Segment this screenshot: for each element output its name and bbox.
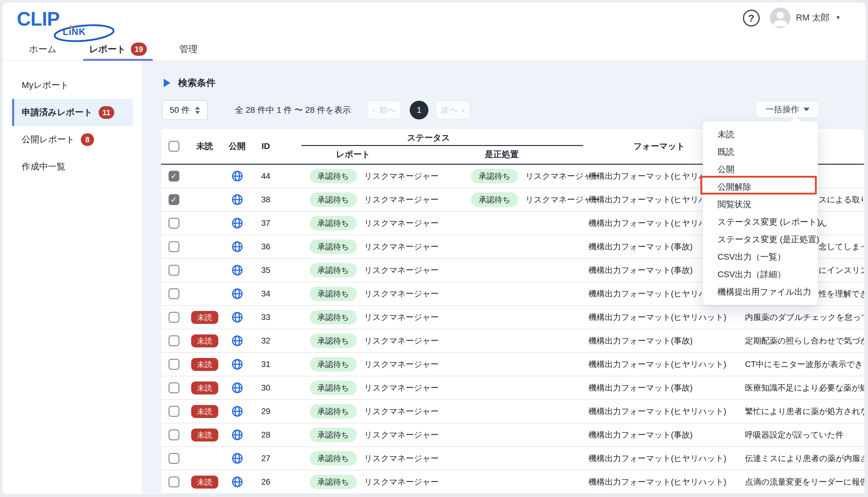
report-status-pill: 承認待ち [309,169,357,183]
col-header-unread: 未読 [187,129,223,164]
report-status-pill: 承認待ち [309,239,357,254]
sidebar-item-申請済みレポート[interactable]: 申請済みレポート11 [12,99,133,126]
menu-item-既読[interactable]: 既読 [703,143,818,161]
report-id: 37 [251,212,280,235]
globe-icon [231,382,244,394]
globe-icon [231,358,244,371]
report-title: 患者間違えによる薬の誤配布 [741,494,864,495]
unread-badge: 未読 [191,475,218,488]
report-status-pill: 承認待ち [309,333,357,348]
col-header-public: 公開 [223,129,251,164]
report-format: 機構出力フォーマット(事故) [577,423,741,446]
menu-item-ステータス変更 (是正処置)[interactable]: ステータス変更 (是正処置) [703,231,818,248]
person-icon [770,8,791,28]
nav-tab-管理[interactable]: 管理 [177,38,199,60]
report-status-pill: 承認待ち [309,428,357,442]
col-header-id: ID [251,129,280,164]
report-id: 38 [251,188,280,211]
menu-item-CSV出力（一覧）[interactable]: CSV出力（一覧） [703,248,818,266]
menu-item-CSV出力（詳細）[interactable]: CSV出力（詳細） [703,266,818,283]
row-checkbox[interactable] [169,477,179,487]
sidebar-item-label: 作成中一覧 [22,161,66,173]
search-conditions-toggle[interactable]: 検索条件 [164,76,216,89]
report-id: 44 [251,165,280,188]
sidebar-item-公開レポート[interactable]: 公開レポート8 [2,126,141,153]
sidebar-item-作成中一覧[interactable]: 作成中一覧 [2,153,141,180]
table-row-26[interactable]: 未読26承認待ちリスクマネージャー機構出力フォーマット(ヒヤリハット)点滴の流量… [161,470,864,493]
globe-icon [231,311,244,324]
row-checkbox[interactable] [169,265,179,276]
report-id: 30 [251,377,280,399]
report-status-pill: 承認待ち [309,451,357,466]
report-status-pill: 承認待ち [309,263,357,278]
nav-tab-label: レポート [89,43,126,56]
report-id: 26 [251,470,280,493]
row-checkbox[interactable] [169,335,179,346]
row-checkbox[interactable] [169,429,179,440]
menu-item-未読[interactable]: 未読 [703,126,818,143]
globe-icon [231,335,244,347]
sidebar-item-Myレポート[interactable]: Myレポート [2,72,141,99]
next-page-button[interactable]: 次へ › [436,101,470,119]
table-row-33[interactable]: 未読33承認待ちリスクマネージャー機構出力フォーマット(ヒヤリハット)内服薬のダ… [161,305,864,329]
user-menu[interactable]: RM 太郎 ▼ [770,7,841,28]
unread-badge: 未読 [191,382,218,395]
report-title: 医療知識不足により必要な薬が処 [741,377,864,399]
row-checkbox[interactable] [169,218,179,229]
bulk-actions-label: 一括操作 [766,104,799,115]
table-row-28[interactable]: 未読28承認待ちリスクマネージャー機構出力フォーマット(事故)呼吸器設定が誤って… [161,423,864,446]
row-checkbox[interactable] [169,406,179,417]
globe-icon [231,475,244,488]
page-size-select[interactable]: 50 件 [162,100,208,120]
globe-icon [231,240,244,253]
menu-item-ステータス変更 (レポート)[interactable]: ステータス変更 (レポート) [703,213,818,231]
row-checkbox[interactable] [169,359,179,370]
report-id: 29 [251,400,280,423]
menu-item-閲覧状況[interactable]: 閲覧状況 [703,196,818,213]
report-id: 27 [251,447,280,470]
app-window: CLIP LiNK ? RM 太郎 ▼ ホームレポート19管理 Myレポート申請… [2,2,866,495]
menu-item-公開[interactable]: 公開 [703,161,818,178]
select-all-checkbox[interactable] [169,141,179,152]
current-page-button[interactable]: 1 [410,101,429,119]
table-row-25[interactable]: 25承認待ちリスクマネージャー機構出力フォーマット(ヒヤリハット)患者間違えによ… [161,493,864,495]
nav-tab-ホーム[interactable]: ホーム [27,38,58,60]
report-status-pill: 承認待ち [309,475,357,489]
report-format: 機構出力フォーマット(ヒヤリハット) [577,470,741,493]
globe-icon [231,217,244,229]
row-checkbox[interactable] [169,312,179,323]
table-row-29[interactable]: 未読29承認待ちリスクマネージャー機構出力フォーマット(ヒヤリハット)繁忙により… [161,399,864,423]
report-id: 28 [251,423,280,446]
report-id: 36 [251,235,280,258]
row-checkbox[interactable]: ✓ [169,171,179,182]
page-size-value: 50 件 [170,104,190,116]
report-title: 点滴の流量変更をリーダーに報告 [741,470,864,493]
row-checkbox[interactable] [169,288,179,299]
row-checkbox[interactable] [169,382,179,393]
menu-item-公開解除[interactable]: 公開解除 [703,178,818,196]
menu-item-機構提出用ファイル出力[interactable]: 機構提出用ファイル出力 [703,283,818,301]
table-row-32[interactable]: 未読32承認待ちリスクマネージャー機構出力フォーマット(事故)定期配薬の照らし合… [161,329,864,352]
report-status-pill: 承認待ち [309,381,357,395]
report-title: 繁忙により患者に薬が処方されな [741,400,864,423]
avatar [770,8,791,28]
corrective-status-pill: 承認待ち [471,193,518,207]
bulk-actions-button[interactable]: 一括操作 [755,101,820,118]
result-range-text: 全 28 件中 1 件 〜 28 件を表示 [235,100,351,120]
row-checkbox[interactable] [169,241,179,252]
table-row-27[interactable]: 27承認待ちリスクマネージャー機構出力フォーマット(ヒヤリハット)伝達ミスにより… [161,446,864,470]
report-id: 33 [251,306,280,329]
next-page-label: 次へ [441,105,458,115]
help-icon[interactable]: ? [743,10,760,27]
prev-page-button[interactable]: ‹ 前へ [367,101,401,119]
main-nav: ホームレポート19管理 [27,38,199,60]
globe-icon [231,170,244,183]
table-row-31[interactable]: 未読31承認待ちリスクマネージャー機構出力フォーマット(ヒヤリハット)CT中にモ… [161,352,864,376]
row-checkbox[interactable]: ✓ [169,194,179,205]
unread-badge: 未読 [191,335,218,347]
globe-icon [231,452,244,465]
table-row-30[interactable]: 未読30承認待ちリスクマネージャー機構出力フォーマット(事故)医療知識不足により… [161,376,864,399]
row-checkbox[interactable] [169,453,179,464]
report-status-pill: 承認待ち [309,193,357,207]
nav-tab-レポート[interactable]: レポート19 [87,38,149,60]
